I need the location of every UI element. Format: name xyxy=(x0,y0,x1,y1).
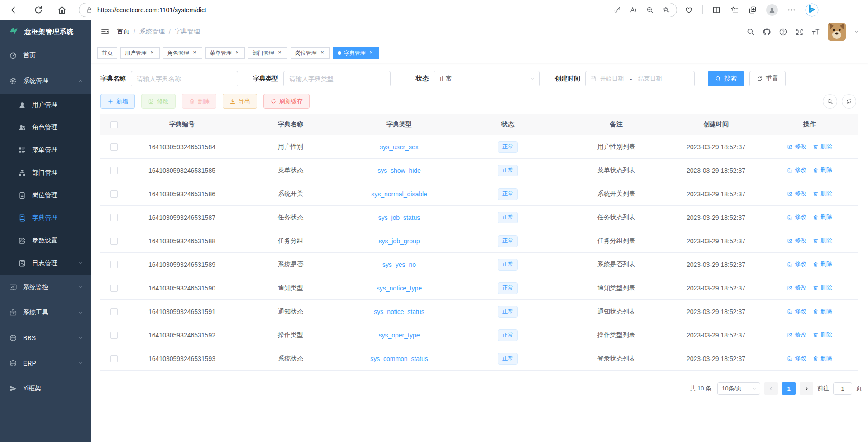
start-date-placeholder[interactable]: 开始日期 xyxy=(600,75,624,83)
page-size-select[interactable]: 10条/页 xyxy=(717,382,760,395)
collapse-sidebar-icon[interactable] xyxy=(100,27,110,36)
sidebar-item-logs[interactable]: 日志管理 xyxy=(0,252,91,275)
browser-profile-avatar[interactable] xyxy=(766,4,778,16)
row-checkbox[interactable] xyxy=(110,355,118,362)
sidebar-item-home[interactable]: 首页 xyxy=(0,43,91,68)
row-edit-link[interactable]: 修改 xyxy=(787,284,806,292)
row-edit-link[interactable]: 修改 xyxy=(787,260,806,268)
row-checkbox[interactable] xyxy=(110,332,118,339)
tab-menu-mgmt[interactable]: 菜单管理× xyxy=(205,47,245,59)
end-date-placeholder[interactable]: 结束日期 xyxy=(638,75,662,83)
dict-type-link[interactable]: sys_user_sex xyxy=(380,143,419,151)
sidebar-item-dict[interactable]: 字典管理 xyxy=(0,207,91,229)
row-edit-link[interactable]: 修改 xyxy=(787,237,806,245)
tab-user-mgmt[interactable]: 用户管理× xyxy=(120,47,160,59)
add-button[interactable]: 新增 xyxy=(100,94,135,109)
address-bar[interactable]: https://ccnetcore.com:1101/system/dict xyxy=(79,3,677,17)
font-size-icon[interactable] xyxy=(811,28,820,36)
tab-close-icon[interactable]: × xyxy=(277,50,283,56)
tab-home[interactable]: 首页 xyxy=(97,47,117,59)
password-key-icon[interactable] xyxy=(613,6,621,14)
export-button[interactable]: 导出 xyxy=(223,94,257,109)
current-page-button[interactable]: 1 xyxy=(782,382,796,395)
browser-essentials-icon[interactable] xyxy=(684,5,693,14)
row-delete-link[interactable]: 删除 xyxy=(813,190,832,198)
prev-page-button[interactable] xyxy=(764,382,778,395)
row-edit-link[interactable]: 修改 xyxy=(787,166,806,174)
row-checkbox[interactable] xyxy=(110,214,118,221)
split-screen-icon[interactable] xyxy=(712,5,721,14)
row-edit-link[interactable]: 修改 xyxy=(787,354,806,362)
row-delete-link[interactable]: 删除 xyxy=(813,143,832,151)
row-checkbox[interactable] xyxy=(110,308,118,315)
row-delete-link[interactable]: 删除 xyxy=(813,260,832,268)
status-select[interactable]: 正常 xyxy=(434,71,540,86)
dict-type-link[interactable]: sys_show_hide xyxy=(377,167,421,174)
url-text[interactable]: https://ccnetcore.com:1101/system/dict xyxy=(97,6,613,14)
refresh-cache-button[interactable]: 刷新缓存 xyxy=(263,94,310,109)
collections-icon[interactable] xyxy=(748,5,757,14)
reset-button[interactable]: 重置 xyxy=(749,71,786,86)
row-checkbox[interactable] xyxy=(110,238,118,245)
tab-close-icon[interactable]: × xyxy=(191,50,198,56)
sidebar-item-erp[interactable]: ERP xyxy=(0,351,91,376)
help-icon[interactable] xyxy=(779,28,787,36)
delete-button[interactable]: 删除 xyxy=(182,94,216,109)
browser-refresh-icon[interactable] xyxy=(33,5,43,15)
date-range-picker[interactable]: 开始日期 - 结束日期 xyxy=(585,71,695,86)
row-checkbox[interactable] xyxy=(110,285,118,292)
row-edit-link[interactable]: 修改 xyxy=(787,143,806,151)
row-edit-link[interactable]: 修改 xyxy=(787,213,806,221)
app-logo[interactable]: 意框架管理系统 xyxy=(0,20,91,43)
sidebar-item-bbs[interactable]: BBS xyxy=(0,325,91,351)
dict-type-input[interactable] xyxy=(283,71,391,86)
sidebar-item-system[interactable]: 系统管理 xyxy=(0,68,91,94)
select-all-checkbox[interactable] xyxy=(110,121,118,128)
dict-name-input[interactable] xyxy=(131,71,238,86)
sidebar-item-monitor[interactable]: 系统监控 xyxy=(0,275,91,300)
row-delete-link[interactable]: 删除 xyxy=(813,331,832,339)
row-delete-link[interactable]: 删除 xyxy=(813,307,832,315)
browser-menu-dots-icon[interactable] xyxy=(787,5,796,14)
row-edit-link[interactable]: 修改 xyxy=(787,307,806,315)
goto-page-input[interactable] xyxy=(833,382,852,395)
row-delete-link[interactable]: 删除 xyxy=(813,284,832,292)
breadcrumb-home[interactable]: 首页 xyxy=(117,28,129,36)
dict-type-link[interactable]: sys_oper_type xyxy=(378,332,420,339)
dict-type-link[interactable]: sys_normal_disable xyxy=(371,190,427,198)
sidebar-item-params[interactable]: 参数设置 xyxy=(0,229,91,252)
tab-post-mgmt[interactable]: 岗位管理× xyxy=(291,47,330,59)
refresh-table-button[interactable] xyxy=(842,94,856,109)
row-checkbox[interactable] xyxy=(110,143,118,151)
next-page-button[interactable] xyxy=(800,382,813,395)
github-icon[interactable] xyxy=(763,28,771,36)
lock-icon[interactable] xyxy=(86,6,93,14)
row-checkbox[interactable] xyxy=(110,190,118,198)
bing-chat-icon[interactable] xyxy=(805,3,819,17)
tab-close-icon[interactable]: × xyxy=(368,50,374,56)
zoom-out-icon[interactable] xyxy=(646,6,654,14)
favorites-icon[interactable] xyxy=(730,5,739,14)
browser-back-icon[interactable] xyxy=(10,5,20,15)
search-button[interactable]: 搜索 xyxy=(708,71,744,86)
sidebar-item-menus[interactable]: 菜单管理 xyxy=(0,139,91,162)
row-checkbox[interactable] xyxy=(110,167,118,174)
edit-button[interactable]: 修改 xyxy=(141,94,176,109)
search-icon[interactable] xyxy=(746,28,755,36)
row-checkbox[interactable] xyxy=(110,261,118,268)
tab-close-icon[interactable]: × xyxy=(234,50,240,56)
row-edit-link[interactable]: 修改 xyxy=(787,190,806,198)
avatar-caret-down-icon[interactable] xyxy=(854,29,859,34)
row-delete-link[interactable]: 删除 xyxy=(813,354,832,362)
browser-home-icon[interactable] xyxy=(57,5,67,15)
tab-close-icon[interactable]: × xyxy=(149,50,155,56)
tab-dict-mgmt[interactable]: 字典管理× xyxy=(333,47,379,59)
show-search-toggle-button[interactable] xyxy=(823,94,837,109)
fullscreen-icon[interactable] xyxy=(795,28,804,36)
sidebar-item-departments[interactable]: 部门管理 xyxy=(0,162,91,184)
dict-type-link[interactable]: sys_yes_no xyxy=(382,261,416,268)
tab-dept-mgmt[interactable]: 部门管理× xyxy=(248,47,287,59)
add-favorite-icon[interactable] xyxy=(662,6,670,14)
tab-close-icon[interactable]: × xyxy=(319,50,325,56)
dict-type-link[interactable]: sys_job_status xyxy=(378,214,420,221)
